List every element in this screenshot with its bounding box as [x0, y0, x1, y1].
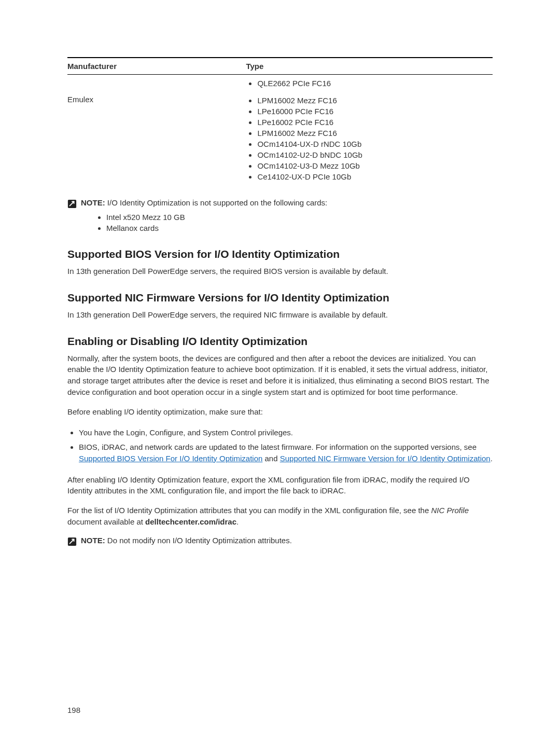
- type-item: LPe16000 PCIe FC16: [257, 106, 493, 117]
- type-item: OCm14102-U3-D Mezz 10Gb: [257, 160, 493, 171]
- note-block: NOTE: I/O Identity Optimization is not s…: [67, 198, 493, 209]
- heading-enabling-disabling: Enabling or Disabling I/O Identity Optim…: [67, 335, 493, 348]
- list-item: Mellanox cards: [106, 223, 493, 233]
- type-item: LPe16002 PCIe FC16: [257, 117, 493, 128]
- paragraph: In 13th generation Dell PowerEdge server…: [67, 266, 493, 277]
- note-unsupported-list: Intel x520 Mezz 10 GB Mellanox cards: [96, 212, 493, 233]
- table-row: Emulex LPM16002 Mezz FC16 LPe16000 PCIe …: [67, 92, 493, 185]
- text-fragment: and: [262, 454, 279, 463]
- link-supported-nic[interactable]: Supported NIC Firmware Version for I/O I…: [280, 454, 491, 463]
- cell-manufacturer: Emulex: [67, 92, 246, 185]
- note-text: I/O Identity Optimization is not support…: [107, 198, 327, 207]
- type-item: Ce14102-UX-D PCIe 10Gb: [257, 171, 493, 182]
- note-label: NOTE:: [81, 536, 107, 545]
- paragraph: Normally, after the system boots, the de…: [67, 353, 493, 398]
- note-block: NOTE: Do not modify non I/O Identity Opt…: [67, 536, 493, 546]
- list-item: BIOS, iDRAC, and network cards are updat…: [79, 440, 493, 466]
- text-fragment: BIOS, iDRAC, and network cards are updat…: [79, 443, 477, 451]
- cell-manufacturer: [67, 75, 246, 92]
- page-number: 198: [67, 706, 80, 714]
- type-item: LPM16002 Mezz FC16: [257, 95, 493, 106]
- table-row: QLE2662 PCIe FC16: [67, 75, 493, 92]
- paragraph: For the list of I/O Identity Optimizatio…: [67, 505, 493, 528]
- manufacturer-type-table: Manufacturer Type QLE2662 PCIe FC16 Emul…: [67, 57, 493, 185]
- text-fragment: For the list of I/O Identity Optimizatio…: [67, 506, 431, 515]
- type-item: QLE2662 PCIe FC16: [257, 78, 493, 89]
- cell-type: LPM16002 Mezz FC16 LPe16000 PCIe FC16 LP…: [246, 92, 493, 185]
- table-header-type: Type: [246, 58, 493, 75]
- list-item: You have the Login, Configure, and Syste…: [79, 425, 493, 440]
- note-icon: [67, 199, 77, 209]
- note-icon: [67, 537, 77, 546]
- text-fragment: .: [491, 454, 493, 463]
- paragraph: After enabling I/O Identity Optimization…: [67, 474, 493, 497]
- text-italic: NIC Profile: [431, 506, 469, 515]
- link-supported-bios[interactable]: Supported BIOS Version For I/O Identity …: [79, 454, 262, 463]
- note-text: Do not modify non I/O Identity Optimizat…: [107, 536, 292, 545]
- note-label: NOTE:: [81, 198, 107, 207]
- cell-type: QLE2662 PCIe FC16: [246, 75, 493, 92]
- type-item: OCm14102-U2-D bNDC 10Gb: [257, 149, 493, 160]
- heading-supported-nic: Supported NIC Firmware Versions for I/O …: [67, 292, 493, 304]
- paragraph: Before enabling I/O identity optimizatio…: [67, 406, 493, 418]
- list-item: Intel x520 Mezz 10 GB: [106, 212, 493, 223]
- type-item: OCm14104-UX-D rNDC 10Gb: [257, 139, 493, 149]
- text-fragment: document available at: [67, 517, 145, 526]
- paragraph: In 13th generation Dell PowerEdge server…: [67, 309, 493, 321]
- prerequisites-list: You have the Login, Configure, and Syste…: [67, 425, 493, 465]
- text-fragment: .: [236, 517, 239, 526]
- type-item: LPM16002 Mezz FC16: [257, 128, 493, 139]
- heading-supported-bios: Supported BIOS Version for I/O Identity …: [67, 248, 493, 260]
- text-bold: delltechcenter.com/idrac: [145, 517, 236, 526]
- table-header-manufacturer: Manufacturer: [67, 58, 246, 75]
